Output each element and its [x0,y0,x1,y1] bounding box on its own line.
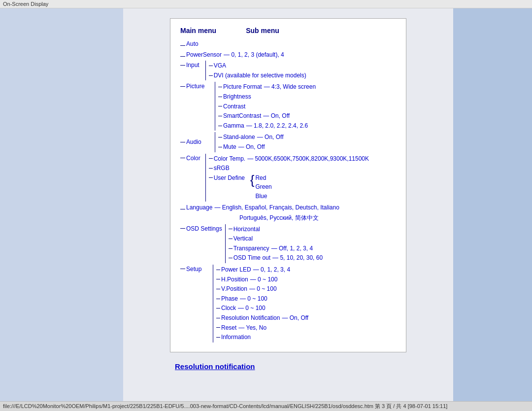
setup-label: Setup [186,265,208,274]
sub-menu-label: Sub menu [246,27,279,34]
resolution-title: Resolution notification [175,362,255,371]
side-right-panel [453,8,532,401]
osd-table: Main menu Sub menu Auto PowerSensor — 0,… [170,18,406,352]
language-section: Language — English, Español, Français, D… [180,203,396,212]
title-bar: On-Screen Display [0,0,532,8]
color-label: Color [186,154,200,163]
language-label: Language [186,203,212,212]
input-label: Input [186,61,200,70]
osd-content: Auto PowerSensor — 0, 1, 2, 3 (default),… [180,39,396,342]
auto-row: Auto [180,39,396,49]
powersensor-row: PowerSensor — 0, 1, 2, 3 (default), 4 [180,50,396,60]
picture-label: Picture [186,82,210,91]
status-bar: file:///E/LCD%20Monitor%20OEM/Philips/M1… [0,401,532,411]
table-header: Main menu Sub menu [180,27,396,34]
audio-section: Audio Stand-alone — On, Off Mute — On, O… [180,132,396,152]
osd-settings-section: OSD Settings Horizontal Vertical [180,224,396,263]
language-row2: Português, Русский, 简体中文 [239,213,396,223]
picture-section: Picture Picture Format — 4:3, Wide scree… [180,82,396,131]
status-text: file:///E/LCD%20Monitor%20OEM/Philips/M1… [3,403,447,409]
transparency-label: Transparency [233,244,269,253]
input-section: Input VGA DVI (available for selective m… [180,61,396,80]
osd-settings-label: OSD Settings [186,224,222,234]
setup-section: Setup Power LED — 0, 1, 2, 3, 4 H.Positi… [180,265,396,342]
side-left-panel [0,8,123,401]
audio-label: Audio [186,137,210,147]
powersensor-label: PowerSensor [186,50,222,60]
main-menu-label: Main menu [180,27,216,34]
information-label: Information [221,333,251,342]
center-panel: Main menu Sub menu Auto PowerSensor — 0,… [123,8,453,401]
clock-label: Clock [221,304,236,313]
auto-label: Auto [186,39,199,49]
phase-label: Phase [221,294,238,304]
color-section: Color Color Temp. — 5000K,6500K,7500K,82… [180,154,396,202]
brightness-label: Brightness [223,92,251,102]
title-label: On-Screen Display [3,1,48,7]
